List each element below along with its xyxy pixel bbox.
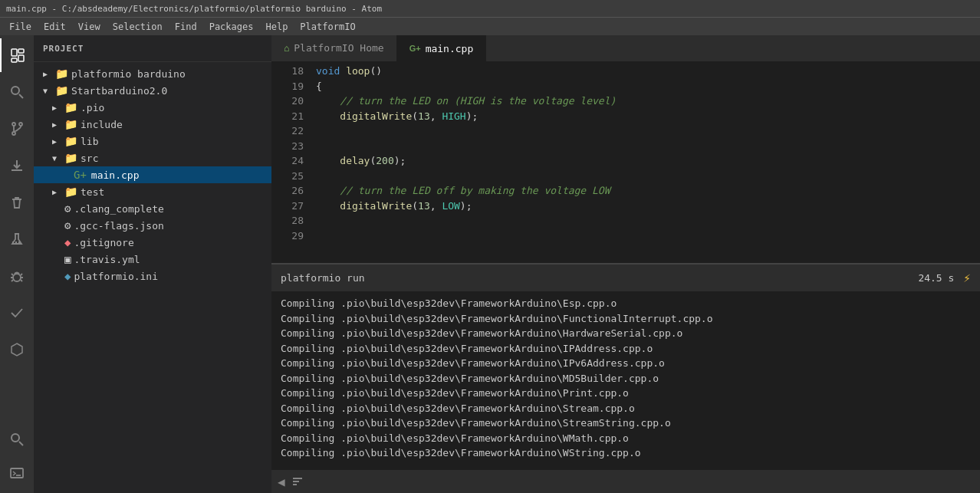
sidebar-item-startbarduino[interactable]: ▼ 📁 Startbarduino2.0 bbox=[34, 82, 271, 99]
code-line-25 bbox=[316, 169, 980, 184]
yaml-file-icon: ▣ bbox=[64, 253, 71, 265]
explorer-activity-icon[interactable] bbox=[0, 38, 34, 72]
sidebar-item-test[interactable]: ▶ 📁 test bbox=[34, 183, 271, 200]
menu-item-packages[interactable]: Packages bbox=[203, 20, 260, 34]
terminal-line: Compiling .pio\build\esp32dev\FrameworkA… bbox=[281, 371, 971, 386]
sidebar-item-include[interactable]: ▶ 📁 include bbox=[34, 116, 271, 133]
sidebar-item-platformio-barduino[interactable]: ▶ 📁 platformio barduino bbox=[34, 65, 271, 82]
folder-arrow-icon: ▶ bbox=[43, 70, 55, 78]
code-line-29 bbox=[316, 228, 980, 244]
menu-item-platformio[interactable]: PlatformIO bbox=[294, 20, 361, 34]
flask-activity-icon[interactable] bbox=[0, 222, 34, 256]
terminal-build-icon[interactable]: ⚡ bbox=[963, 271, 971, 285]
folder-icon: 📁 bbox=[64, 118, 77, 130]
menubar: FileEditViewSelectionFindPackagesHelpPla… bbox=[0, 17, 980, 35]
folder-arrow-icon: ▼ bbox=[43, 87, 55, 95]
sidebar-item-lib[interactable]: ▶ 📁 lib bbox=[34, 133, 271, 150]
terminal-body[interactable]: Compiling .pio\build\esp32dev\FrameworkA… bbox=[271, 291, 980, 470]
menu-item-find[interactable]: Find bbox=[169, 20, 203, 34]
home-tab-icon: ⌂ bbox=[284, 43, 289, 54]
sidebar-item-main-cpp[interactable]: ▶ G+ main.cpp bbox=[34, 166, 271, 183]
scm-activity-icon[interactable] bbox=[0, 112, 34, 146]
terminal-line: Compiling .pio\build\esp32dev\FrameworkA… bbox=[281, 401, 971, 416]
code-line-28 bbox=[316, 213, 980, 228]
build-activity-icon[interactable] bbox=[0, 296, 34, 330]
download-activity-icon[interactable] bbox=[0, 149, 34, 182]
sidebar-item-src[interactable]: ▼ 📁 src bbox=[34, 150, 271, 166]
sidebar-item-clang-complete[interactable]: ▶ ⚙ .clang_complete bbox=[34, 200, 271, 217]
menu-item-help[interactable]: Help bbox=[259, 20, 294, 34]
diamond-file-icon: ◆ bbox=[64, 236, 71, 248]
folder-arrow-icon: ▶ bbox=[52, 188, 64, 196]
hex-activity-icon[interactable] bbox=[0, 333, 34, 366]
menu-item-file[interactable]: File bbox=[3, 20, 38, 34]
titlebar-text: main.cpp - C:/absdeademy/Electronics/pla… bbox=[6, 4, 382, 14]
tab-platformio-home[interactable]: ⌂ PlatformIO Home bbox=[271, 35, 397, 61]
terminal-activity-icon[interactable] bbox=[0, 456, 34, 490]
sidebar-item-platformio-ini[interactable]: ▶ ◆ platformio.ini bbox=[34, 268, 271, 284]
activity-bar bbox=[0, 35, 34, 493]
code-content[interactable]: void loop() { // turn the LED on (HIGH i… bbox=[310, 62, 980, 263]
menu-item-edit[interactable]: Edit bbox=[38, 20, 72, 34]
folder-arrow-icon: ▶ bbox=[52, 120, 64, 129]
svg-rect-16 bbox=[293, 481, 299, 482]
folder-icon: 📁 bbox=[64, 135, 77, 147]
file-label: .travis.yml bbox=[74, 254, 140, 265]
menu-item-view[interactable]: View bbox=[72, 20, 107, 34]
ini-file-icon: ◆ bbox=[64, 270, 71, 282]
code-line-18: void loop() bbox=[316, 64, 980, 79]
folder-arrow-icon: ▼ bbox=[52, 154, 64, 163]
terminal-header: platformio run 24.5 s ⚡ bbox=[271, 265, 980, 291]
tab-main-cpp[interactable]: G+ main.cpp bbox=[397, 35, 487, 61]
code-editor[interactable]: 18 19 20 21 22 23 24 25 26 27 28 29 void… bbox=[271, 62, 980, 263]
sidebar-item-gitignore[interactable]: ▶ ◆ .gitignore bbox=[34, 234, 271, 251]
scroll-left-icon[interactable]: ◀ bbox=[278, 475, 285, 489]
terminal-timer: 24.5 s bbox=[918, 272, 954, 284]
terminal-line: Compiling .pio\build\esp32dev\FrameworkA… bbox=[281, 386, 971, 401]
sidebar-tree: ▶ 📁 platformio barduino ▼ 📁 Startbarduin… bbox=[34, 62, 271, 493]
trash-activity-icon[interactable] bbox=[0, 186, 34, 219]
svg-point-6 bbox=[12, 123, 15, 126]
svg-rect-15 bbox=[293, 478, 302, 479]
bug-activity-icon[interactable] bbox=[0, 259, 34, 293]
sidebar-item-pio[interactable]: ▶ 📁 .pio bbox=[34, 99, 271, 116]
folder-icon: 📁 bbox=[64, 101, 77, 113]
svg-marker-10 bbox=[12, 343, 22, 356]
folder-label: src bbox=[81, 153, 98, 164]
file-label: platformio.ini bbox=[74, 271, 158, 282]
terminal-line: Compiling .pio\build\esp32dev\FrameworkA… bbox=[281, 416, 971, 431]
svg-point-11 bbox=[12, 434, 19, 442]
svg-rect-1 bbox=[18, 49, 24, 53]
file-label: main.cpp bbox=[91, 169, 140, 181]
sidebar-title: Project bbox=[43, 44, 84, 54]
svg-point-8 bbox=[19, 123, 22, 126]
line-numbers: 18 19 20 21 22 23 24 25 26 27 28 29 bbox=[271, 62, 310, 263]
terminal-line: Compiling .pio\build\esp32dev\FrameworkA… bbox=[281, 341, 971, 357]
folder-arrow-icon: ▶ bbox=[52, 104, 64, 112]
cpp-tab-icon: G+ bbox=[409, 44, 421, 53]
sidebar-header: Project bbox=[34, 35, 271, 62]
terminal-line: Compiling .pio\build\esp32dev\FrameworkA… bbox=[281, 311, 971, 327]
code-line-26: // turn the LED off by making the voltag… bbox=[316, 183, 980, 199]
folder-icon: 📁 bbox=[55, 84, 68, 97]
tab-label: PlatformIO Home bbox=[294, 42, 383, 54]
file-label: .clang_complete bbox=[74, 203, 163, 215]
sidebar-item-gcc-flags[interactable]: ▶ ⚙ .gcc-flags.json bbox=[34, 217, 271, 234]
search-activity-icon[interactable] bbox=[0, 75, 34, 109]
file-label: .gcc-flags.json bbox=[74, 220, 163, 232]
settings-file-icon: ⚙ bbox=[64, 202, 71, 215]
code-line-22 bbox=[316, 123, 980, 139]
sidebar-item-travis[interactable]: ▶ ▣ .travis.yml bbox=[34, 251, 271, 268]
code-line-21: digitalWrite(13, HIGH); bbox=[316, 109, 980, 124]
menu-item-selection[interactable]: Selection bbox=[107, 20, 169, 34]
titlebar: main.cpp - C:/absdeademy/Electronics/pla… bbox=[0, 0, 980, 17]
svg-rect-13 bbox=[11, 468, 23, 478]
folder-icon: 📁 bbox=[64, 186, 77, 198]
terminal-line: Compiling .pio\build\esp32dev\FrameworkA… bbox=[281, 326, 971, 341]
editor-area: ⌂ PlatformIO Home G+ main.cpp 18 19 20 2… bbox=[271, 35, 980, 493]
terminal-command: platformio run bbox=[281, 272, 365, 284]
code-line-27: digitalWrite(13, LOW); bbox=[316, 199, 980, 214]
folder-arrow-icon: ▶ bbox=[52, 137, 64, 146]
svg-rect-0 bbox=[12, 49, 17, 56]
search-bottom-activity-icon[interactable] bbox=[0, 422, 34, 456]
